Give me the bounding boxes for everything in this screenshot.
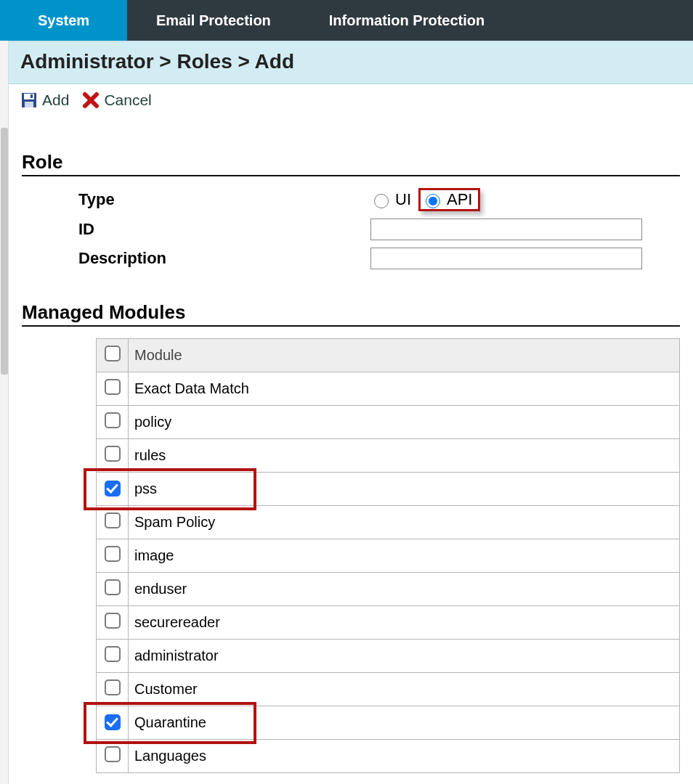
type-radio-api[interactable]: API bbox=[422, 190, 472, 209]
tab-system[interactable]: System bbox=[0, 0, 127, 41]
left-scrollbar[interactable] bbox=[0, 41, 9, 773]
table-row: policy bbox=[97, 406, 680, 439]
module-checkbox[interactable] bbox=[105, 679, 121, 695]
type-label: Type bbox=[22, 190, 370, 209]
description-label: Description bbox=[22, 249, 370, 268]
tab-email-protection[interactable]: Email Protection bbox=[127, 0, 300, 41]
module-checkbox[interactable] bbox=[105, 446, 121, 462]
description-input[interactable] bbox=[370, 248, 642, 269]
module-name: policy bbox=[129, 406, 680, 439]
table-row: Quarantine bbox=[97, 706, 680, 740]
module-name: administrator bbox=[129, 640, 680, 673]
module-checkbox[interactable] bbox=[105, 579, 121, 595]
module-name: Customer bbox=[129, 673, 680, 706]
module-name: securereader bbox=[129, 606, 680, 640]
top-tabs: System Email Protection Information Prot… bbox=[0, 0, 693, 41]
cancel-button-label: Cancel bbox=[104, 91, 151, 109]
module-checkbox[interactable] bbox=[105, 646, 121, 662]
module-checkbox[interactable] bbox=[105, 379, 121, 395]
breadcrumb-bar: Administrator > Roles > Add bbox=[9, 41, 693, 84]
table-row: administrator bbox=[97, 640, 680, 673]
module-checkbox[interactable] bbox=[105, 546, 121, 562]
module-checkbox[interactable] bbox=[105, 481, 121, 497]
module-name: rules bbox=[129, 439, 680, 473]
module-name: Quarantine bbox=[129, 706, 680, 740]
close-icon bbox=[82, 91, 100, 109]
module-name: Spam Policy bbox=[129, 506, 680, 539]
module-checkbox[interactable] bbox=[105, 746, 121, 762]
add-button[interactable]: Add bbox=[20, 91, 69, 109]
module-checkbox[interactable] bbox=[105, 412, 121, 428]
table-row: image bbox=[97, 539, 680, 573]
table-row: pss bbox=[97, 473, 680, 506]
id-input[interactable] bbox=[370, 219, 642, 240]
module-checkbox[interactable] bbox=[105, 513, 121, 528]
breadcrumb: Administrator > Roles > Add bbox=[20, 50, 294, 73]
type-radio-ui-input[interactable] bbox=[374, 194, 389, 208]
add-button-label: Add bbox=[42, 91, 69, 109]
svg-rect-3 bbox=[31, 94, 33, 98]
type-radio-api-label: API bbox=[447, 190, 472, 209]
module-name: enduser bbox=[129, 573, 680, 606]
modules-table-header: Module bbox=[129, 339, 680, 372]
managed-modules-title: Managed Modules bbox=[22, 301, 680, 327]
module-name: Exact Data Match bbox=[129, 372, 680, 406]
role-section-title: Role bbox=[22, 151, 680, 176]
type-radio-group: UI API bbox=[370, 188, 680, 211]
scrollbar-thumb[interactable] bbox=[1, 128, 8, 375]
select-all-checkbox[interactable] bbox=[105, 346, 121, 362]
module-checkbox[interactable] bbox=[105, 714, 121, 730]
module-checkbox[interactable] bbox=[105, 613, 121, 629]
save-icon bbox=[20, 91, 38, 109]
type-radio-ui[interactable]: UI bbox=[370, 190, 411, 209]
table-row: Customer bbox=[97, 673, 680, 706]
module-name: pss bbox=[129, 473, 680, 506]
type-radio-ui-label: UI bbox=[395, 190, 411, 209]
cancel-button[interactable]: Cancel bbox=[82, 91, 151, 109]
module-name: image bbox=[129, 539, 680, 573]
modules-table: Module Exact Data MatchpolicyrulespssSpa… bbox=[96, 338, 680, 773]
table-row: securereader bbox=[97, 606, 680, 640]
id-label: ID bbox=[22, 220, 370, 239]
table-row: rules bbox=[97, 439, 680, 473]
svg-rect-2 bbox=[25, 102, 33, 107]
type-radio-api-input[interactable] bbox=[426, 194, 440, 208]
action-bar: Add Cancel bbox=[9, 84, 693, 118]
type-radio-api-highlight: API bbox=[418, 188, 480, 211]
table-row: Spam Policy bbox=[97, 506, 680, 539]
tab-information-protection[interactable]: Information Protection bbox=[300, 0, 514, 41]
table-row: Languages bbox=[97, 740, 680, 773]
module-name: Languages bbox=[129, 740, 680, 773]
table-row: enduser bbox=[97, 573, 680, 606]
modules-table-wrap: Module Exact Data MatchpolicyrulespssSpa… bbox=[96, 338, 680, 773]
table-row: Exact Data Match bbox=[97, 372, 680, 406]
